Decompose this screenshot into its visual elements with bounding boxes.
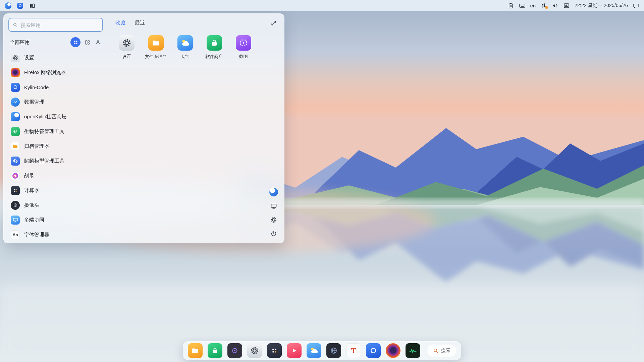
user-avatar[interactable] xyxy=(269,188,278,196)
archive-icon xyxy=(11,142,20,151)
dock-item-kylin-code[interactable] xyxy=(366,343,381,358)
app-list-item-firefox[interactable]: Firefox 网络浏览器 xyxy=(8,65,103,80)
app-label: 摄像头 xyxy=(24,202,39,208)
favorite-item-settings[interactable]: 设置 xyxy=(115,35,138,60)
keyboard-icon[interactable] xyxy=(519,2,526,9)
favorite-label: 设置 xyxy=(122,54,131,60)
app-label: 数据管理 xyxy=(24,99,44,105)
category-view-toggle[interactable] xyxy=(85,40,90,45)
app-label: openKylin社区论坛 xyxy=(24,114,66,120)
app-list-item-archive-manager[interactable]: 归档管理器 xyxy=(8,139,103,154)
dock-item-weather[interactable] xyxy=(307,343,321,358)
volume-icon[interactable] xyxy=(552,2,558,9)
search-icon xyxy=(433,348,438,353)
search-input[interactable] xyxy=(21,22,99,28)
firefox-icon xyxy=(11,68,20,77)
dock-item-calculator[interactable] xyxy=(267,343,282,358)
tab-favorites[interactable]: 收藏 xyxy=(115,20,125,26)
app-list-item-openkylin-forum[interactable]: openKylin社区论坛 xyxy=(8,109,103,124)
dock-item-software-store[interactable] xyxy=(208,343,222,358)
gear-icon xyxy=(11,53,20,62)
kylin-code-icon xyxy=(11,83,20,92)
dock-item-browser[interactable] xyxy=(326,343,341,358)
start-menu: 全部应用 A 设置 Firefox 网络浏览器 Kyl xyxy=(3,13,284,243)
app-list-item-burner[interactable]: 刻录 xyxy=(8,168,103,183)
search-icon xyxy=(13,22,18,27)
app-list-item-settings[interactable]: 设置 xyxy=(8,50,103,65)
font-manager-icon: Aa xyxy=(11,230,20,239)
favorite-item-software-store[interactable]: 软件商店 xyxy=(203,35,225,60)
favorite-label: 软件商店 xyxy=(206,54,223,60)
app-list-item-calculator[interactable]: 计算器 xyxy=(8,183,103,198)
top-panel: en 22:22 星期一 2025/05/26 xyxy=(0,0,644,11)
dock: T 搜索 xyxy=(183,341,461,360)
power-icon[interactable] xyxy=(270,230,278,238)
start-menu-app-list-panel: 全部应用 A 设置 Firefox 网络浏览器 Kyl xyxy=(4,14,108,243)
weather-cloud-icon xyxy=(177,35,193,51)
app-search-box[interactable] xyxy=(8,18,103,32)
network-warning-badge xyxy=(545,6,548,9)
app-label: 字体管理器 xyxy=(24,232,49,238)
app-label: 设置 xyxy=(24,55,34,61)
app-list-item-multi-device[interactable]: 多端协同 xyxy=(8,213,103,227)
app-list-item-font-manager[interactable]: Aa 字体管理器 xyxy=(8,227,103,240)
app-list-item-kylin-model-tool[interactable]: 麒麟模型管理工具 xyxy=(8,154,103,168)
favorites-tabs: 收藏 最近 xyxy=(115,19,261,26)
dock-search-button[interactable]: 搜索 xyxy=(427,345,456,357)
app-list: 设置 Firefox 网络浏览器 Kylin-Code 数据管理 openKyl… xyxy=(8,50,103,240)
multitask-view-icon[interactable] xyxy=(29,2,36,9)
openkylin-logo-icon[interactable] xyxy=(5,2,11,9)
expand-menu-icon[interactable] xyxy=(270,19,278,27)
folder-icon xyxy=(148,35,164,51)
favorite-label: 天气 xyxy=(181,54,190,60)
dock-item-file-manager[interactable] xyxy=(188,343,203,358)
input-language-indicator[interactable]: en xyxy=(530,3,536,8)
tab-recent[interactable]: 最近 xyxy=(135,20,145,26)
all-apps-label: 全部应用 xyxy=(10,39,30,46)
desktop: en 22:22 星期一 2025/05/26 全部应用 A xyxy=(0,0,644,362)
disc-icon xyxy=(11,171,20,180)
rail-bottom-group xyxy=(269,188,278,238)
data-manager-icon xyxy=(11,98,20,107)
app-label: 归档管理器 xyxy=(24,143,49,149)
display-icon[interactable] xyxy=(270,202,278,210)
ukui-app-icon[interactable] xyxy=(17,2,23,9)
dock-item-firefox[interactable] xyxy=(386,343,400,358)
favorite-item-weather[interactable]: 天气 xyxy=(174,35,196,60)
grid-view-toggle[interactable] xyxy=(70,37,80,47)
model-tool-gear-icon xyxy=(11,157,20,166)
app-label: Firefox 网络浏览器 xyxy=(24,69,66,76)
notifications-icon[interactable] xyxy=(633,2,639,9)
favorite-label: 文件管理器 xyxy=(145,54,167,60)
screenshot-dashed-icon xyxy=(236,35,251,51)
dock-item-text-editor[interactable]: T xyxy=(346,343,361,358)
system-monitor-icon[interactable] xyxy=(563,2,570,9)
calculator-icon xyxy=(11,186,20,195)
top-panel-left xyxy=(5,2,36,9)
app-list-item-kylin-code[interactable]: Kylin-Code xyxy=(8,80,103,95)
app-list-item-data-manager[interactable]: 数据管理 xyxy=(8,95,103,109)
app-list-item-biometric-tool[interactable]: 生物特征管理工具 xyxy=(8,124,103,139)
fingerprint-icon xyxy=(11,127,20,136)
clock[interactable]: 22:22 星期一 2025/05/26 xyxy=(575,3,628,9)
dock-item-terminal[interactable] xyxy=(406,343,420,358)
favorite-item-screenshot[interactable]: 截图 xyxy=(232,35,255,60)
settings-gear-icon[interactable] xyxy=(270,216,278,224)
top-panel-tray: en 22:22 星期一 2025/05/26 xyxy=(507,2,639,9)
app-label: 刻录 xyxy=(24,173,34,179)
multi-device-icon xyxy=(11,216,20,225)
favorite-label: 截图 xyxy=(239,54,248,60)
network-icon[interactable] xyxy=(540,2,547,9)
app-label: 麒麟模型管理工具 xyxy=(24,158,64,164)
dock-item-camera[interactable] xyxy=(227,343,242,358)
gear-icon xyxy=(119,35,135,51)
alpha-sort-toggle[interactable]: A xyxy=(94,39,102,45)
clipboard-icon[interactable] xyxy=(507,2,514,9)
favorite-item-file-manager[interactable]: 文件管理器 xyxy=(145,35,167,60)
favorites-grid: 设置 文件管理器 天气 软件商店 截图 xyxy=(115,35,261,60)
dock-item-music-player[interactable] xyxy=(287,343,302,358)
app-label: 生物特征管理工具 xyxy=(24,128,64,135)
dock-item-settings[interactable] xyxy=(247,343,262,358)
app-list-item-camera[interactable]: 摄像头 xyxy=(8,198,103,213)
dock-search-label: 搜索 xyxy=(441,348,450,354)
